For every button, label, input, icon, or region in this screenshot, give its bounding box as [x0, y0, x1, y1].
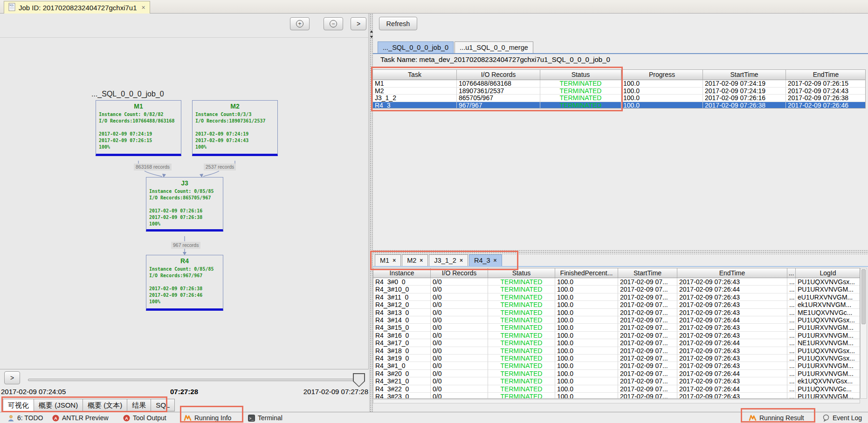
column-header-i-o-records[interactable]: I/O Records: [431, 268, 488, 278]
table-cell[interactable]: TERMINATED: [488, 293, 555, 301]
table-cell[interactable]: 2017-02-09 07:26:43: [677, 293, 787, 301]
table-cell[interactable]: 0/0: [431, 355, 488, 362]
table-cell[interactable]: 2017-02-09 07...: [618, 362, 677, 369]
job-detail-tab-u1-sql-0-0-merge[interactable]: ...u1_SQL_0_0_merge: [455, 41, 533, 53]
tab-close-icon[interactable]: ×: [494, 258, 497, 263]
table-cell[interactable]: 100.0: [555, 355, 618, 362]
table-cell[interactable]: 100.0: [555, 339, 618, 347]
table-cell[interactable]: R4_3#20_0: [373, 370, 431, 377]
table-cell[interactable]: 100.0: [621, 102, 703, 109]
timeline-slider-thumb[interactable]: [353, 373, 365, 387]
table-cell[interactable]: ...: [787, 332, 796, 339]
status-item-antlr-preview[interactable]: AANTLR Preview: [52, 412, 109, 423]
table-cell[interactable]: ...: [787, 278, 796, 286]
table-cell[interactable]: R4_3#18_0: [373, 347, 431, 355]
tab-close-icon[interactable]: ×: [460, 258, 463, 263]
dag-node-j3[interactable]: J3Instance Count: 0/85/85I/O Records:865…: [146, 177, 223, 232]
table-cell[interactable]: PU1URXVNVGM...: [796, 393, 860, 399]
table-cell[interactable]: PU1UQXVNVGsx...: [796, 355, 860, 362]
table-cell[interactable]: TERMINATED: [488, 324, 555, 331]
column-header-starttime[interactable]: StartTime: [618, 268, 677, 278]
table-cell[interactable]: ...: [787, 324, 796, 331]
table-cell[interactable]: 2017-02-09 07...: [618, 324, 677, 331]
splitter-collapse-up-icon[interactable]: [370, 30, 373, 33]
table-cell[interactable]: 2017-02-09 07:26:44: [677, 286, 787, 293]
table-cell[interactable]: TERMINATED: [488, 362, 555, 369]
refresh-button[interactable]: Refresh: [379, 17, 417, 30]
table-cell[interactable]: 100.0: [555, 362, 618, 369]
table-cell[interactable]: ek1UQXVNVGsx...: [796, 377, 860, 385]
table-cell[interactable]: R4_3#11_0: [373, 293, 431, 301]
table-cell[interactable]: TERMINATED: [540, 95, 621, 102]
table-cell[interactable]: 10766488/863168: [457, 80, 540, 88]
table-cell[interactable]: 2017-02-09 07...: [618, 293, 677, 301]
table-cell[interactable]: R4_3: [373, 102, 457, 109]
table-cell[interactable]: R4_3#19_0: [373, 355, 431, 362]
table-cell[interactable]: R4_3#16_0: [373, 332, 431, 339]
table-cell[interactable]: 100.0: [555, 309, 618, 316]
table-cell[interactable]: ...: [787, 393, 796, 399]
view-tab-概要-文本[interactable]: 概要 (文本): [83, 399, 127, 411]
table-cell[interactable]: 2017-02-09 07:26:16: [703, 95, 786, 102]
table-cell[interactable]: 2017-02-09 07...: [618, 377, 677, 385]
table-cell[interactable]: ...: [787, 309, 796, 316]
timeline-play-button[interactable]: >: [4, 371, 20, 384]
table-cell[interactable]: 2017-02-09 07:24:43: [786, 88, 866, 95]
column-header-progress[interactable]: Progress: [621, 70, 703, 80]
table-cell[interactable]: 0/0: [431, 362, 488, 369]
table-cell[interactable]: 2017-02-09 07:26:43: [677, 393, 787, 399]
table-cell[interactable]: R4_3#17_0: [373, 339, 431, 347]
status-item-tool-output[interactable]: ATool Output: [123, 412, 166, 423]
instance-table-vscrollbar[interactable]: [860, 268, 867, 399]
table-cell[interactable]: ek1URXVNVGM...: [796, 301, 860, 308]
status-item-running-result[interactable]: Running Result: [749, 412, 804, 423]
instance-tab-j3-1-2[interactable]: J3_1_2×: [429, 254, 468, 266]
table-cell[interactable]: NE1URXVNVGM...: [796, 339, 860, 347]
table-cell[interactable]: R4_3#13_0: [373, 309, 431, 316]
table-cell[interactable]: 0/0: [431, 301, 488, 308]
table-cell[interactable]: 2017-02-09 07:26:43: [677, 355, 787, 362]
table-cell[interactable]: TERMINATED: [488, 286, 555, 293]
table-cell[interactable]: 2017-02-09 07:26:43: [677, 362, 787, 369]
table-cell[interactable]: 2017-02-09 07:26:44: [677, 316, 787, 324]
table-cell[interactable]: 0/0: [431, 293, 488, 301]
splitter-collapse-down-icon[interactable]: [370, 36, 373, 38]
instance-table-hscrollbar[interactable]: [373, 399, 860, 403]
table-cell[interactable]: 2017-02-09 07...: [618, 393, 677, 399]
table-cell[interactable]: ...: [787, 316, 796, 324]
table-cell[interactable]: 0/0: [431, 309, 488, 316]
table-cell[interactable]: 0/0: [431, 377, 488, 385]
table-cell[interactable]: ...: [787, 286, 796, 293]
table-cell[interactable]: 0/0: [431, 278, 488, 286]
table-cell[interactable]: 0/0: [431, 385, 488, 393]
table-cell[interactable]: R4_3#10_0: [373, 286, 431, 293]
table-cell[interactable]: 0/0: [431, 316, 488, 324]
table-cell[interactable]: 100.0: [621, 80, 703, 88]
table-cell[interactable]: 2017-02-09 07:26:44: [677, 339, 787, 347]
table-cell[interactable]: 2017-02-09 07:26:15: [786, 80, 866, 88]
table-cell[interactable]: TERMINATED: [488, 385, 555, 393]
table-cell[interactable]: 865705/967: [457, 95, 540, 102]
table-cell[interactable]: R4_3#15_0: [373, 324, 431, 331]
table-cell[interactable]: 2017-02-09 07...: [618, 339, 677, 347]
column-header-task[interactable]: Task: [373, 70, 457, 80]
table-cell[interactable]: TERMINATED: [540, 80, 621, 88]
column-header-status[interactable]: Status: [488, 268, 555, 278]
table-cell[interactable]: TERMINATED: [488, 316, 555, 324]
table-cell[interactable]: 2017-02-09 07:26:46: [786, 102, 866, 109]
instance-tab-m1[interactable]: M1×: [375, 254, 401, 266]
table-cell[interactable]: R4_3#14_0: [373, 316, 431, 324]
table-cell[interactable]: 2017-02-09 07:26:38: [786, 95, 866, 102]
table-cell[interactable]: 100.0: [555, 293, 618, 301]
table-cell[interactable]: 0/0: [431, 286, 488, 293]
table-cell[interactable]: R4_3#12_0: [373, 301, 431, 308]
table-cell[interactable]: ...: [787, 355, 796, 362]
table-cell[interactable]: ...: [787, 370, 796, 377]
table-cell[interactable]: TERMINATED: [488, 377, 555, 385]
horizontal-splitter[interactable]: [373, 250, 868, 254]
table-cell[interactable]: 2017-02-09 07...: [618, 278, 677, 286]
table-cell[interactable]: 2017-02-09 07...: [618, 370, 677, 377]
table-cell[interactable]: R4_3#1_0: [373, 362, 431, 369]
table-cell[interactable]: 0/0: [431, 347, 488, 355]
table-cell[interactable]: eU1URXVNVGM...: [796, 293, 860, 301]
